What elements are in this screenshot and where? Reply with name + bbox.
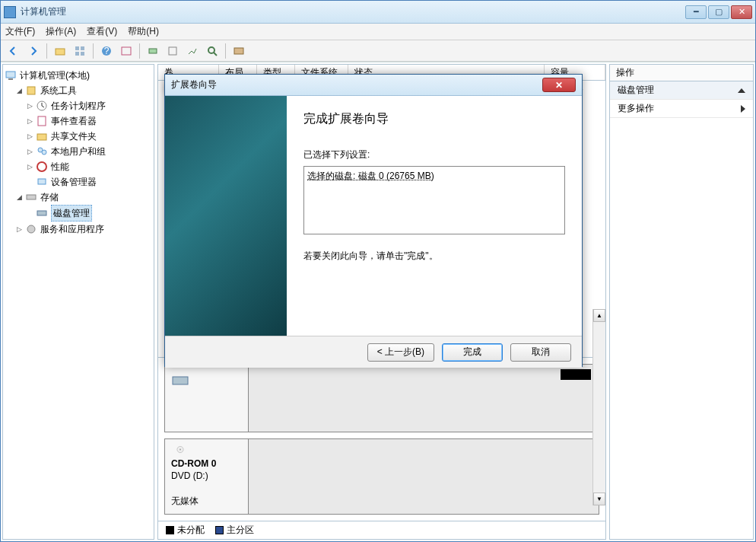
cancel-button[interactable]: 取消 — [510, 343, 571, 362]
tool-icon[interactable] — [164, 43, 181, 59]
action-diskmgmt[interactable]: 磁盘管理 — [610, 81, 753, 100]
expander-icon[interactable]: ▷ — [15, 225, 24, 234]
svg-rect-17 — [38, 116, 46, 126]
scroll-up-icon[interactable]: ▲ — [593, 309, 605, 322]
svg-rect-8 — [149, 49, 157, 53]
svg-rect-14 — [8, 78, 13, 80]
svg-point-21 — [37, 162, 46, 171]
expander-icon[interactable]: ▷ — [26, 148, 34, 156]
disk-section: CD-ROM 0 DVD (D:) 无媒体 — [158, 357, 605, 521]
svg-point-28 — [179, 449, 181, 451]
tree-tasksched[interactable]: ▷任务计划程序 — [26, 98, 152, 113]
tool-icon[interactable] — [230, 43, 247, 59]
services-icon — [25, 223, 37, 235]
svg-point-20 — [42, 150, 46, 155]
disk-info — [165, 365, 249, 432]
maximize-button[interactable]: ▢ — [708, 5, 729, 19]
menu-help[interactable]: 帮助(H) — [128, 25, 159, 38]
svg-rect-24 — [37, 211, 46, 215]
expander-icon[interactable]: ◢ — [15, 87, 24, 95]
computer-icon — [5, 69, 17, 81]
expander-icon[interactable]: ◢ — [15, 193, 24, 202]
users-icon — [36, 145, 48, 158]
expander-icon[interactable]: ▷ — [26, 132, 34, 141]
legend-primary: 主分区 — [215, 524, 254, 537]
svg-rect-18 — [37, 134, 46, 140]
svg-rect-22 — [38, 179, 46, 184]
svg-text:?: ? — [104, 46, 110, 56]
svg-point-25 — [27, 225, 35, 233]
tool-icon[interactable] — [145, 43, 161, 59]
dialog-button-row: < 上一步(B) 完成 取消 — [165, 336, 582, 368]
forward-button[interactable] — [25, 43, 42, 59]
svg-rect-9 — [169, 47, 176, 55]
properties-button[interactable] — [71, 43, 88, 59]
disk-info: CD-ROM 0 DVD (D:) 无媒体 — [165, 439, 249, 514]
perf-icon — [36, 161, 48, 173]
tree-shared[interactable]: ▷共享文件夹 — [26, 129, 152, 144]
close-button[interactable]: ✕ — [731, 5, 752, 19]
svg-rect-26 — [173, 377, 188, 384]
expander-icon[interactable]: ▷ — [26, 117, 34, 126]
disk-icon — [171, 371, 189, 389]
actions-header: 操作 — [610, 65, 753, 81]
tool-icon[interactable] — [118, 43, 135, 59]
legend-unallocated: 未分配 — [166, 524, 205, 537]
tree-eventvwr[interactable]: ▷事件查看器 — [26, 113, 152, 129]
toolbar-sep — [46, 43, 47, 59]
tree-perf[interactable]: ▷性能 — [26, 159, 152, 174]
action-more[interactable]: 更多操作 — [610, 100, 753, 118]
dialog-selected-value: 选择的磁盘: 磁盘 0 (26765 MB) — [307, 170, 561, 183]
tree-devmgr[interactable]: 设备管理器 — [26, 174, 152, 190]
tree-diskmgmt[interactable]: 磁盘管理 — [26, 205, 152, 222]
titlebar[interactable]: 计算机管理 ━ ▢ ✕ — [1, 1, 755, 24]
toolbar-sep — [139, 43, 140, 59]
tree-services[interactable]: ▷服务和应用程序 — [15, 222, 152, 237]
navigation-tree[interactable]: 计算机管理(本地) ◢ 系统工具 ▷任务计划程序 ▷事件查看器 ▷共享文件夹 ▷… — [2, 64, 154, 540]
dialog-settings-box: 选择的磁盘: 磁盘 0 (26765 MB) — [303, 166, 565, 234]
back-button[interactable]: < 上一步(B) — [367, 343, 434, 362]
toolbar-sep — [93, 43, 94, 59]
clock-icon — [36, 100, 48, 112]
svg-rect-2 — [81, 46, 84, 50]
refresh-button[interactable] — [204, 43, 221, 59]
expander-icon[interactable]: ▷ — [26, 102, 34, 110]
svg-rect-3 — [75, 52, 79, 56]
tree-localusers[interactable]: ▷本地用户和组 — [26, 144, 152, 159]
disk-block-cdrom[interactable]: CD-ROM 0 DVD (D:) 无媒体 — [164, 438, 599, 515]
minimize-button[interactable]: ━ — [685, 5, 707, 19]
dialog-main: 完成扩展卷向导 已选择下列设置: 选择的磁盘: 磁盘 0 (26765 MB) … — [287, 96, 582, 336]
help-button[interactable]: ? — [98, 43, 115, 59]
disk-icon — [36, 207, 48, 219]
dialog-close-button[interactable]: ✕ — [542, 78, 576, 92]
dialog-hint: 若要关闭此向导，请单击"完成"。 — [303, 250, 565, 263]
disk-block-obscured[interactable] — [164, 364, 599, 432]
dialog-body: 完成扩展卷向导 已选择下列设置: 选择的磁盘: 磁盘 0 (26765 MB) … — [165, 96, 582, 336]
legend: 未分配 主分区 — [157, 521, 606, 540]
tools-icon — [25, 84, 37, 97]
menu-view[interactable]: 查看(V) — [87, 25, 117, 38]
share-icon — [36, 130, 48, 142]
up-button[interactable] — [52, 43, 68, 59]
tree-systools[interactable]: ◢ 系统工具 ▷任务计划程序 ▷事件查看器 ▷共享文件夹 ▷本地用户和组 ▷性能… — [15, 83, 152, 190]
tree-storage[interactable]: ◢ 存储 磁盘管理 — [15, 190, 152, 222]
expand-icon[interactable] — [741, 105, 745, 113]
cdrom-status: 无媒体 — [171, 495, 242, 508]
menu-action[interactable]: 操作(A) — [46, 25, 76, 38]
collapse-icon[interactable] — [738, 88, 745, 93]
scroll-down-icon[interactable]: ▼ — [593, 493, 605, 505]
dialog-title: 扩展卷向导 — [171, 78, 217, 91]
back-button[interactable] — [5, 43, 22, 59]
menu-file[interactable]: 文件(F) — [5, 25, 35, 38]
tree-root[interactable]: 计算机管理(本地) ◢ 系统工具 ▷任务计划程序 ▷事件查看器 ▷共享文件夹 ▷… — [5, 68, 152, 237]
dialog-sidebar-image — [165, 96, 287, 336]
finish-button[interactable]: 完成 — [442, 343, 503, 362]
expander-icon[interactable]: ▷ — [26, 163, 34, 171]
dialog-titlebar[interactable]: 扩展卷向导 ✕ — [165, 75, 582, 96]
scrollbar[interactable]: ▲ ▼ — [592, 309, 605, 505]
window-title: 计算机管理 — [21, 5, 685, 18]
svg-rect-4 — [81, 52, 84, 56]
tool-icon[interactable] — [184, 43, 201, 59]
toolbar-sep — [225, 43, 226, 59]
svg-rect-1 — [75, 46, 79, 50]
